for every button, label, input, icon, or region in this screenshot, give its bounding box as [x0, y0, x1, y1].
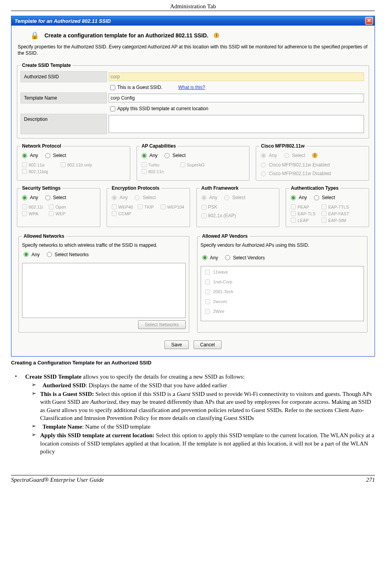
description-label: Description [20, 114, 107, 134]
np-80211b-only[interactable]: 802.11b only [61, 162, 96, 167]
np-80211bg[interactable]: 802.11b/g [22, 169, 57, 174]
ap-superag[interactable]: SuperAG [180, 162, 216, 167]
doc-text: Create SSID Template [25, 374, 81, 380]
figure-caption: Creating a Configuration Template for an… [11, 360, 375, 366]
ap-any-label: Any [150, 153, 158, 158]
vendor-label: 1net-Corp [213, 279, 233, 284]
arrow-icon: ➢ [31, 423, 39, 431]
what-is-this-link[interactable]: What is this? [178, 85, 205, 90]
opt-label: 802.11a [29, 163, 44, 167]
list-item[interactable]: 1net-Corp [202, 277, 363, 287]
sec-open[interactable]: Open [49, 204, 68, 209]
info-icon[interactable]: i [312, 153, 318, 158]
np-80211a[interactable]: 802.11a [22, 162, 57, 167]
ap-any-radio[interactable]: Any [142, 153, 158, 158]
guest-ssid-checkbox[interactable]: This is a Guest SSID. [110, 85, 163, 90]
ap-80211n[interactable]: 802.11n [142, 169, 177, 174]
auth-framework-fieldset: Auth Framework Any Select PSK 802.1x (EA… [196, 185, 280, 227]
template-name-input[interactable] [109, 94, 364, 102]
list-item[interactable]: 11wave [202, 267, 363, 277]
guest-ssid-label: This is a Guest SSID. [117, 85, 163, 90]
np-any-radio[interactable]: Any [22, 153, 38, 158]
np-select-radio[interactable]: Select [45, 153, 66, 158]
opt-label: Cisco MFP/802.11w Disabled [269, 171, 331, 176]
at-eapsim[interactable]: EAP-SIM [321, 218, 349, 223]
doc-text: allows you to specify the details for cr… [81, 374, 245, 380]
sec-80211i[interactable]: 802.11i [22, 204, 46, 209]
doc-text: Template Name [42, 423, 82, 430]
ap-capabilities-fieldset: AP Capabilities Any Select Turbo SuperAG… [137, 143, 250, 181]
list-item[interactable]: 2001-Tech [202, 287, 363, 297]
save-button[interactable]: Save [164, 340, 188, 349]
page-header: Administration Tab [11, 0, 375, 11]
close-icon[interactable]: ✕ [365, 17, 373, 25]
at-eaptls[interactable]: EAP-TLS [291, 211, 318, 216]
titlebar: Template for an Authorized 802.11 SSID ✕ [11, 16, 375, 26]
doc-text: This is a Guest SSID: [40, 391, 94, 397]
ap-turbo[interactable]: Turbo [142, 162, 177, 167]
opt-label: 802.11n [148, 169, 164, 174]
ap-select-radio[interactable]: Select [164, 153, 185, 158]
af-psk: PSK [201, 204, 275, 210]
av-select-label: Select Vendors [233, 255, 265, 261]
sec-wpa[interactable]: WPA [22, 211, 46, 216]
ap-capabilities-legend: AP Capabilities [140, 143, 177, 149]
doc-text: Authorized [90, 399, 116, 405]
opt-label: PEAP [297, 205, 309, 209]
page-footer: SpectraGuard® Enterprise User Guide 271 [11, 475, 375, 483]
af-any-label: Any [209, 195, 218, 200]
mfp-select-label: Select [292, 153, 305, 158]
apply-location-label: Apply this SSID template at current loca… [117, 106, 208, 111]
mfp-disabled-radio: Cisco MFP/802.11w Disabled [261, 171, 364, 176]
enc-ccmp: CCMP [112, 211, 131, 216]
list-item[interactable]: 2Wire [202, 307, 363, 316]
dialog-heading: Create a configuration template for an A… [44, 32, 208, 39]
opt-label: EAP-FAST [328, 211, 349, 216]
cancel-button[interactable]: Cancel [194, 340, 222, 349]
arrow-icon: ➢ [31, 381, 39, 389]
opt-label: 802.1x (EAP) [208, 213, 236, 218]
at-eapttls[interactable]: EAP-TTLS [321, 204, 349, 209]
doc-text: Guest [177, 391, 190, 397]
description-input[interactable] [109, 115, 364, 133]
enc-tkip: TKIP [138, 204, 157, 209]
opt-label: LEAP [297, 218, 308, 223]
auth-types-fieldset: Authentication Types Any Select PEAP EAP… [286, 185, 369, 227]
av-select-radio[interactable]: Select Vendors [225, 255, 265, 261]
at-eapfast[interactable]: EAP-FAST [321, 211, 349, 216]
opt-label: EAP-TTLS [328, 205, 349, 209]
at-any-radio[interactable]: Any [291, 195, 307, 200]
mfp-any-label: Any [269, 153, 277, 158]
at-leap[interactable]: LEAP [291, 218, 318, 223]
allowed-vendors-text: Specify vendors for Authorized APs using… [201, 242, 364, 248]
authorized-ssid-input[interactable] [109, 72, 364, 81]
security-legend: Security Settings [20, 185, 62, 191]
opt-label: 802.11i [29, 205, 43, 209]
opt-label: WEP104 [167, 205, 184, 209]
cisco-mfp-fieldset: Cisco MFP/802.11w Any Select i Cisco MFP… [256, 143, 369, 181]
list-item[interactable]: 2wcom [202, 297, 363, 307]
mfp-enabled-radio: Cisco MFP/802.11w Enabled [261, 162, 364, 168]
apply-location-checkbox[interactable]: Apply this SSID template at current loca… [110, 106, 208, 111]
auth-types-legend: Authentication Types [289, 185, 340, 191]
info-icon[interactable]: i [214, 33, 219, 38]
opt-label: EAP-SIM [328, 218, 346, 223]
lock-icon: 🔒 [30, 31, 39, 40]
an-any-radio[interactable]: Any [24, 252, 40, 257]
sec-select-radio[interactable]: Select [45, 195, 66, 200]
opt-label: SuperAG [187, 163, 205, 167]
sec-wep[interactable]: WEP [49, 211, 68, 216]
allowed-networks-list[interactable] [22, 263, 186, 318]
sec-any-radio[interactable]: Any [22, 195, 38, 200]
np-select-label: Select [53, 153, 66, 158]
an-select-radio[interactable]: Select Networks [47, 252, 89, 257]
at-peap[interactable]: PEAP [291, 204, 318, 209]
vendor-label: 11wave [213, 270, 228, 274]
allowed-vendors-list[interactable]: 11wave 1net-Corp 2001-Tech 2wcom 2Wire [201, 266, 364, 321]
sec-select-label: Select [53, 195, 66, 200]
at-any-label: Any [299, 195, 307, 200]
av-any-radio[interactable]: Any [202, 255, 218, 261]
at-select-radio[interactable]: Select [314, 195, 335, 200]
at-select-label: Select [322, 195, 335, 200]
enc-any-label: Any [120, 195, 128, 200]
